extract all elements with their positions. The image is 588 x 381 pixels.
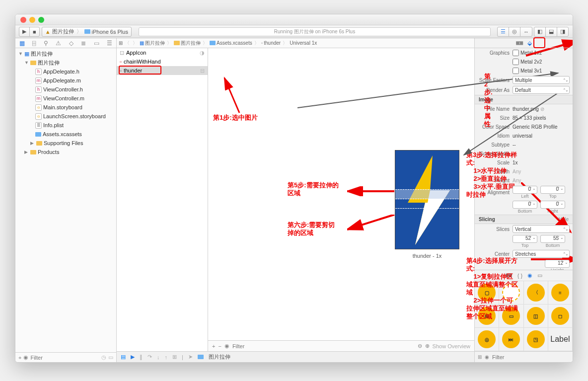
bc-project[interactable]: 图片拉伸 <box>145 40 165 47</box>
issue-nav-icon[interactable]: ⚠ <box>56 40 61 47</box>
asset-thunder[interactable]: ▫thunder⊟ <box>117 66 208 75</box>
symbol-nav-icon[interactable]: ⌸ <box>32 40 36 47</box>
metal3-checkbox[interactable] <box>513 68 519 74</box>
center-select[interactable]: Stretches <box>513 250 570 258</box>
project-nav-icon[interactable]: ▦ <box>19 40 25 47</box>
test-nav-icon[interactable]: ◇ <box>69 40 74 47</box>
file-main-storyboard[interactable]: Main.storyboard <box>43 104 82 110</box>
slices-select[interactable]: Vertical <box>513 225 570 233</box>
debug-toggle-icon[interactable]: ▤ <box>121 354 126 360</box>
file-assets[interactable]: Assets.xcassets <box>43 131 82 137</box>
products-folder[interactable]: Products <box>38 149 59 155</box>
project-tree[interactable]: ▼▦ 图片拉伸 ▼ 图片拉伸 h AppDelegate.h m AppDele… <box>15 48 116 352</box>
render-as-select[interactable]: Default <box>513 86 570 94</box>
find-nav-icon[interactable]: ⚲ <box>44 40 48 47</box>
scale-factors-select[interactable]: Multiple <box>513 76 570 84</box>
stop-button[interactable]: ■ <box>29 27 40 37</box>
nav-filter-input[interactable] <box>30 355 99 361</box>
recent-filter-icon[interactable]: ◷ <box>101 354 106 361</box>
close-window[interactable] <box>20 17 26 23</box>
file-appdelegate-m[interactable]: AppDelegate.m <box>43 77 81 83</box>
toggle-debug[interactable]: ⬓ <box>545 27 557 37</box>
object-library-icon[interactable]: ◉ <box>527 272 532 279</box>
attributes-inspector-icon[interactable]: ⬙ <box>527 40 532 47</box>
slice-top-input[interactable]: 52 <box>513 235 537 243</box>
zoom-in-icon[interactable]: ⊕ <box>425 343 430 349</box>
bc-universal[interactable]: Universal 1x <box>290 40 317 46</box>
bc-group[interactable]: 图片拉伸 <box>181 40 201 47</box>
scm-filter-icon[interactable]: ▭ <box>108 354 113 361</box>
debug-continue-icon[interactable]: ▶ <box>131 354 135 360</box>
debug-stepover-icon[interactable]: ↷ <box>147 354 152 360</box>
debug-pause-icon[interactable]: ‖ <box>140 354 143 360</box>
asset-chainwithhand[interactable]: ▫chainWithHand <box>117 57 208 66</box>
zoom-out-icon[interactable]: ⊖ <box>418 343 422 349</box>
debug-stepout-icon[interactable]: ↑ <box>165 354 168 360</box>
lib-item-label[interactable]: Label <box>548 328 573 351</box>
code-snippet-icon[interactable]: { } <box>517 273 522 279</box>
supporting-files[interactable]: Supporting Files <box>44 140 83 146</box>
navigator-tabs[interactable]: ▦ ⌸ ⚲ ⚠ ◇ ≣ ▭ ☰ <box>15 38 116 48</box>
minimize-window[interactable] <box>29 17 35 23</box>
zoom-window[interactable] <box>38 17 44 23</box>
run-button[interactable]: ▶ <box>19 27 30 37</box>
lib-item-4[interactable]: ≡ <box>548 281 573 305</box>
debug-stepin-icon[interactable]: ↓ <box>157 354 160 360</box>
align-right-input[interactable]: 0 <box>540 201 565 209</box>
file-info-plist[interactable]: Info.plist <box>43 122 64 128</box>
asset-outline[interactable]: ⊡AppIcon◑ ▫chainWithHand ▫thunder⊟ <box>117 48 208 351</box>
file-inspector-icon[interactable]: 🀰 <box>515 40 523 47</box>
scheme-selector[interactable]: ▲ 图片拉伸 〉 iPhone 6s Plus <box>42 27 132 37</box>
toggle-utilities[interactable]: ◨ <box>557 27 569 37</box>
lib-item-7[interactable]: ◫ <box>524 305 548 328</box>
debug-nav-icon[interactable]: ≣ <box>81 40 86 47</box>
media-library-icon[interactable]: ▭ <box>537 272 542 279</box>
canvas-filter-input[interactable] <box>232 343 301 349</box>
file-viewcontroller-m[interactable]: ViewController.m <box>43 95 84 101</box>
debug-target[interactable]: 图片拉伸 <box>209 353 230 361</box>
lib-view-icon[interactable]: ⊞ <box>478 354 482 360</box>
lib-item-9[interactable]: ◎ <box>475 328 499 351</box>
toggle-navigator[interactable]: ◧ <box>534 27 546 37</box>
clear-filename-icon[interactable]: ⊘ <box>540 106 544 112</box>
image-thunder-preview[interactable] <box>395 150 459 249</box>
debug-bar[interactable]: ▤ ▶ ‖ ↷ ↓ ↑ ⊞ | ➤ 图片拉伸 <box>117 351 474 362</box>
lib-item-8[interactable]: ◻ <box>548 305 573 328</box>
file-launch-storyboard[interactable]: LaunchScreen.storyboard <box>43 113 106 119</box>
lib-item-11[interactable]: ◳ <box>524 328 548 351</box>
slicing-hide[interactable]: Hide <box>558 217 569 222</box>
center-height-input[interactable]: 12 <box>545 260 570 268</box>
file-viewcontroller-h[interactable]: ViewController.h <box>43 86 83 92</box>
annotation-step2: 第2步.选中属性 <box>484 73 493 128</box>
bc-thunder[interactable]: thunder <box>264 40 281 46</box>
add-button[interactable]: + <box>18 355 21 361</box>
editor-breadcrumb[interactable]: ⊞ 〈〉 ▦图片拉伸 〉图片拉伸 〉Assets.xcassets 〉▫thun… <box>117 38 474 48</box>
lib-filter-input[interactable] <box>492 354 570 360</box>
editor-standard[interactable]: ☰ <box>497 27 509 37</box>
align-top-input[interactable]: 0 <box>540 186 565 194</box>
align-left-input[interactable]: 0 <box>513 186 537 194</box>
slice-bottom-input[interactable]: 55 <box>540 235 565 243</box>
inspector-tabs[interactable]: 🀰 ⬙ <box>475 38 573 48</box>
asset-appicon[interactable]: ⊡AppIcon◑ <box>117 48 208 57</box>
canvas-remove[interactable]: − <box>218 343 221 349</box>
asset-canvas[interactable]: thunder - 1x 第1步:选中图片 第2步.选中属性 第3步.选择拉伸样… <box>208 48 474 351</box>
debug-view-icon[interactable]: ⊞ <box>172 354 177 360</box>
bc-assets[interactable]: Assets.xcassets <box>217 40 252 46</box>
metal1-checkbox[interactable] <box>513 50 519 56</box>
canvas-add[interactable]: + <box>212 343 215 349</box>
breakpoint-nav-icon[interactable]: ▭ <box>94 40 99 47</box>
report-nav-icon[interactable]: ☰ <box>107 40 112 47</box>
related-items-icon[interactable]: ⊞ <box>119 40 123 46</box>
metal2-checkbox[interactable] <box>513 59 519 65</box>
file-appdelegate-h[interactable]: AppDelegate.h <box>43 69 79 75</box>
debug-location-icon[interactable]: ➤ <box>188 354 193 360</box>
show-overview[interactable]: Show Overview <box>433 343 470 349</box>
align-bottom-input[interactable]: 0 <box>513 201 537 209</box>
lib-item-3[interactable]: 〈 <box>524 281 548 305</box>
editor-assistant[interactable]: ◎ <box>509 27 520 37</box>
project-root[interactable]: 图片拉伸 <box>31 50 53 58</box>
group-folder[interactable]: 图片拉伸 <box>38 59 60 67</box>
editor-version[interactable]: ↔ <box>520 27 532 37</box>
lib-item-10[interactable]: ⏭ <box>499 328 523 351</box>
